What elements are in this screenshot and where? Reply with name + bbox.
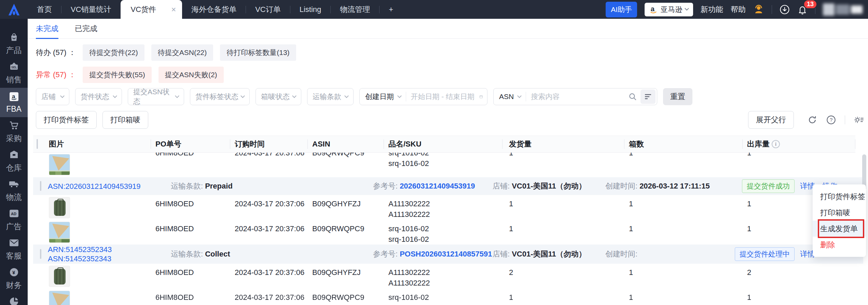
- print-carton-label-button[interactable]: 打印箱唛: [102, 111, 148, 129]
- shipment-group-row[interactable]: ARN:51452352343 ASN:51452352343 运输条款:Col…: [33, 245, 863, 264]
- product-image-luggage[interactable]: [49, 197, 70, 218]
- chip-asn-failed[interactable]: 提交ASN失败(2): [159, 67, 224, 83]
- product-name: A111302222: [388, 199, 502, 208]
- sidebar-item-label: 广告: [6, 221, 22, 232]
- menu-item-print-shipment-label[interactable]: 打印货件标签: [813, 189, 866, 205]
- help-circle-icon[interactable]: ?: [826, 115, 836, 125]
- nav-tab-vc-sales-stats[interactable]: VC销量统计: [61, 0, 121, 19]
- menu-item-print-carton-label[interactable]: 打印箱唛: [813, 205, 866, 221]
- row-checkbox[interactable]: [40, 249, 41, 259]
- info-icon[interactable]: i: [772, 140, 780, 148]
- refresh-icon[interactable]: [807, 115, 817, 125]
- menu-item-delete[interactable]: 删除: [813, 237, 866, 253]
- sidebar-item-label: FBA: [6, 105, 22, 114]
- download-icon[interactable]: [780, 4, 790, 15]
- date-type-select[interactable]: 创建日期: [360, 92, 406, 101]
- table-row[interactable]: 6HIM8OED 2024-03-17 20:37:06 B09QGHYFZJ …: [33, 264, 863, 289]
- ad-icon: AD: [9, 208, 19, 219]
- tab-finished[interactable]: 已完成: [75, 19, 97, 39]
- asin: B09QRWQPC9: [312, 293, 364, 302]
- table-row[interactable]: 6HIM8OED 2024-03-17 20:37:06 B09QRWQPC9 …: [33, 220, 863, 245]
- filter-label-status[interactable]: 货件标签状态: [190, 88, 250, 105]
- shipment-group-row[interactable]: ASN:202603121409453919 运输条款:Prepaid 参考号:…: [33, 177, 863, 195]
- created-time-label: 创建时间:: [605, 182, 637, 190]
- reference-link[interactable]: POSH20260312140857591: [400, 250, 492, 258]
- table-row[interactable]: 6HIM8OED 2024-03-17 20:37:06 B09QRWQPC9 …: [33, 289, 863, 305]
- chip-pending-labels[interactable]: 待打印标签数量(13): [220, 44, 296, 61]
- asn-link[interactable]: ASN:202603121409453919: [48, 182, 141, 191]
- filter-shipment-status[interactable]: 货件状态: [75, 88, 122, 105]
- product-image-shade-sail[interactable]: [49, 154, 70, 175]
- asn-link[interactable]: ASN:51452352343: [48, 254, 112, 263]
- col-header-cartons[interactable]: 箱数: [624, 139, 742, 149]
- filter-lines-icon: [644, 94, 652, 100]
- expand-parent-rows-button[interactable]: 展开父行: [748, 111, 794, 129]
- chevron-down-icon: [517, 94, 522, 98]
- ai-assistant-button[interactable]: AI助手: [606, 2, 637, 17]
- nav-tab-vc-shipments[interactable]: VC货件 ×: [121, 0, 182, 19]
- sidebar-item-advertising[interactable]: AD 广告: [0, 205, 28, 235]
- col-header-order-time[interactable]: 订购时间: [230, 139, 307, 149]
- filter-shipping-terms[interactable]: 运输条款: [307, 88, 354, 105]
- sidebar-item-customer-service[interactable]: 客服: [0, 235, 28, 264]
- tab-unfinished[interactable]: 未完成: [36, 19, 58, 39]
- sidebar-item-sales[interactable]: SEL 销售: [0, 58, 28, 88]
- table-row[interactable]: 6HIM8OED 2024-03-17 20:37:06 B09QGHYFZJ …: [33, 195, 863, 220]
- select-all-checkbox[interactable]: [37, 139, 38, 149]
- nav-tab-listing[interactable]: Listing: [290, 0, 331, 19]
- product-image-luggage[interactable]: [49, 266, 70, 287]
- col-header-ship-qty[interactable]: 发货量: [502, 139, 624, 149]
- product-image-shade-sail[interactable]: [49, 222, 70, 243]
- print-shipment-label-button[interactable]: 打印货件标签: [36, 111, 97, 129]
- filter-submit-asn-status[interactable]: 提交ASN状态: [128, 88, 184, 105]
- add-tab-button[interactable]: +: [380, 0, 402, 19]
- chip-pending-asn[interactable]: 待提交ASN(22): [151, 44, 213, 61]
- reference-link[interactable]: 202603121409453919: [400, 182, 475, 190]
- carton-count: 1: [629, 153, 633, 157]
- date-range-input[interactable]: 开始日期 - 结束日期: [406, 92, 479, 101]
- sidebar-item-logistics[interactable]: 物流: [0, 176, 28, 205]
- sidebar-item-finance[interactable]: ¥ 财务: [0, 264, 28, 293]
- search-input[interactable]: 搜索内容: [526, 92, 564, 101]
- help-link[interactable]: 帮助: [731, 4, 746, 15]
- nav-tab-overseas-warehouse[interactable]: 海外仓备货单: [182, 0, 246, 19]
- col-header-po[interactable]: PO单号: [151, 139, 230, 149]
- search-type-select[interactable]: ASN: [494, 93, 526, 101]
- col-header-outbound-qty[interactable]: 出库量i: [742, 139, 855, 149]
- row-checkbox[interactable]: [40, 181, 41, 191]
- table-settings-gear-icon[interactable]: [854, 115, 864, 125]
- sidebar-item-products[interactable]: 产品: [0, 29, 28, 58]
- col-header-asin[interactable]: ASIN: [307, 140, 384, 149]
- sidebar-item-fba[interactable]: a FBA: [0, 88, 28, 117]
- close-icon[interactable]: ×: [171, 5, 176, 14]
- sidebar-item-warehouse[interactable]: 仓库: [0, 147, 28, 176]
- nav-tab-vc-orders[interactable]: VC订单: [246, 0, 290, 19]
- reset-button[interactable]: 重置: [663, 88, 692, 105]
- calendar-icon[interactable]: [479, 93, 483, 101]
- advanced-filter-button[interactable]: [640, 89, 656, 104]
- annotation-highlight-box: [818, 219, 864, 238]
- product-image-shade-sail[interactable]: [49, 291, 70, 305]
- table-row[interactable]: 6HIM8OED 2024-03-17 20:37:06 B09QRWQPC9 …: [33, 153, 863, 177]
- amazon-icon: a: [649, 5, 658, 14]
- user-account-blurred[interactable]: [823, 3, 863, 16]
- search-icon[interactable]: [628, 92, 637, 101]
- col-header-image[interactable]: 图片: [49, 139, 151, 149]
- new-features-link[interactable]: 新功能: [701, 4, 723, 15]
- arn-link[interactable]: ARN:51452352343: [48, 245, 112, 254]
- nav-tab-label: VC订单: [255, 4, 281, 15]
- sidebar-item-statistics[interactable]: 统计: [0, 293, 28, 305]
- app-logo[interactable]: [0, 3, 28, 16]
- support-agent-icon[interactable]: [753, 4, 764, 15]
- chip-shipment-failed[interactable]: 提交货件失败(55): [83, 67, 151, 83]
- filter-carton-label-status[interactable]: 箱唛状态: [256, 88, 301, 105]
- chip-pending-shipments[interactable]: 待提交货件(22): [83, 44, 144, 61]
- col-header-name-sku[interactable]: 品名/SKU: [384, 139, 502, 149]
- filter-shop[interactable]: 店铺: [36, 88, 69, 105]
- notifications[interactable]: 13: [797, 4, 808, 15]
- sidebar-item-purchasing[interactable]: 采购: [0, 117, 28, 147]
- arn-asn-links[interactable]: ARN:51452352343 ASN:51452352343: [48, 245, 112, 263]
- nav-tab-logistics[interactable]: 物流管理: [331, 0, 379, 19]
- nav-tab-home[interactable]: 首页: [28, 0, 61, 19]
- marketplace-selector[interactable]: a 亚马逊: [645, 3, 693, 16]
